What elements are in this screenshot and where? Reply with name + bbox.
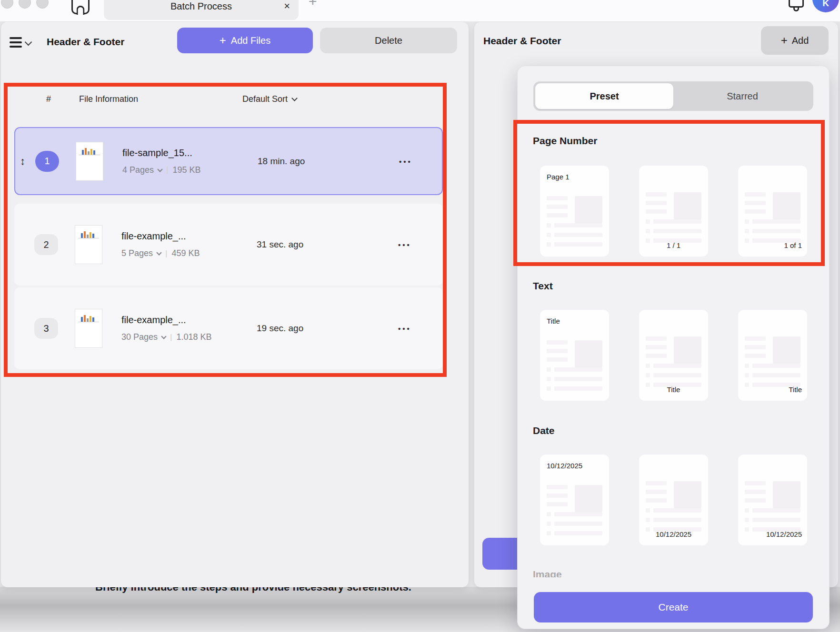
home-icon[interactable]	[71, 0, 90, 14]
plus-icon: +	[220, 35, 226, 46]
file-name: file-example_...	[121, 231, 200, 242]
new-tab-icon[interactable]: +	[309, 0, 317, 10]
file-row[interactable]: 3 file-example_... 30 Pages | 1.018 KB 1…	[14, 287, 443, 369]
window-minimize-button[interactable]	[19, 0, 31, 9]
create-button[interactable]: Create	[534, 592, 813, 622]
home-icon-door	[77, 6, 85, 15]
file-row[interactable]: 2 file-example_... 5 Pages | 459 KB 31 s…	[14, 204, 443, 286]
row-more-menu-icon[interactable]: •••	[398, 325, 411, 333]
tab-preset[interactable]: Preset	[535, 83, 673, 109]
sort-label: Default Sort	[242, 94, 288, 104]
meta-separator: |	[170, 333, 172, 342]
pages-chevron-down-icon[interactable]	[161, 334, 166, 339]
preset-card[interactable]: 1 / 1	[639, 166, 708, 257]
thumbnail-chart	[78, 231, 99, 238]
preset-card[interactable]: Title	[540, 310, 609, 401]
preset-card-skeleton	[745, 192, 800, 248]
preset-card-skeleton	[745, 336, 800, 392]
file-time-ago: 31 sec. ago	[257, 239, 303, 250]
preset-card-skeleton	[745, 481, 800, 537]
preset-card[interactable]: Title	[639, 310, 708, 401]
thumbnail-chart	[79, 148, 100, 155]
file-name: file-example_...	[121, 315, 212, 326]
menu-icon[interactable]	[10, 37, 22, 48]
tab-batch-process[interactable]: Batch Process ×	[104, 0, 299, 20]
file-name: file-sample_15...	[122, 148, 201, 158]
window-close-button[interactable]	[1, 0, 13, 9]
file-info: file-example_... 5 Pages | 459 KB	[121, 231, 200, 258]
file-time-ago: 19 sec. ago	[257, 323, 303, 334]
sort-dropdown[interactable]: Default Sort	[242, 94, 297, 104]
row-more-menu-icon[interactable]: •••	[399, 157, 412, 165]
preset-card-label: Title	[667, 385, 680, 394]
preset-card-label: 1 / 1	[667, 241, 680, 249]
tab-title: Batch Process	[170, 1, 232, 12]
section-heading: Date	[533, 425, 555, 436]
user-avatar[interactable]: K	[812, 0, 839, 12]
left-panel-title: Header & Footer	[47, 36, 124, 48]
preset-card[interactable]: 10/12/2025	[639, 454, 708, 545]
preset-card[interactable]: Page 1	[540, 166, 609, 257]
file-pages: 5 Pages	[121, 248, 153, 258]
section-heading: Page Number	[533, 135, 597, 147]
add-label: Add	[792, 35, 809, 46]
file-list-panel: Header & Footer + Add Files Delete # Fil…	[1, 22, 469, 587]
preset-card-skeleton	[547, 340, 602, 396]
section-heading: Text	[533, 280, 553, 292]
meta-separator: |	[165, 249, 167, 258]
column-header-index: #	[46, 94, 51, 104]
delete-label: Delete	[375, 35, 402, 46]
add-preset-button[interactable]: + Add	[761, 26, 829, 55]
preset-card-label: 10/12/2025	[547, 462, 582, 470]
column-header-file-information: File Information	[79, 94, 138, 104]
sort-chevron-down-icon	[291, 95, 298, 101]
file-size: 1.018 KB	[176, 332, 211, 342]
file-thumbnail	[75, 225, 102, 264]
file-pages: 30 Pages	[121, 332, 158, 342]
drag-handle-icon[interactable]: ↕	[20, 155, 25, 168]
file-time-ago: 18 min. ago	[258, 156, 305, 167]
file-thumbnail	[76, 142, 103, 181]
file-pages: 4 Pages	[122, 165, 154, 175]
thumbnail-chart	[78, 315, 99, 322]
file-size: 195 KB	[172, 165, 200, 175]
file-info: file-example_... 30 Pages | 1.018 KB	[121, 315, 212, 342]
file-row[interactable]: ↕1 file-sample_15... 4 Pages | 195 KB 18…	[14, 127, 443, 195]
tab-starred[interactable]: Starred	[673, 83, 811, 109]
preset-card[interactable]: 10/12/2025	[540, 454, 609, 545]
pages-chevron-down-icon[interactable]	[156, 250, 161, 255]
preset-dialog: Preset Starred Page Number Page 1 1 / 1 …	[517, 66, 830, 629]
window-zoom-button[interactable]	[36, 0, 49, 9]
preset-card[interactable]: 1 of 1	[738, 166, 807, 257]
preset-card-label: Page 1	[547, 173, 570, 181]
bell-clapper	[793, 8, 799, 11]
tab-close-icon[interactable]: ×	[284, 1, 290, 11]
preset-card[interactable]: Title	[738, 310, 807, 401]
preset-card-skeleton	[547, 196, 602, 252]
row-index-badge: 3	[34, 318, 58, 339]
preset-card-skeleton	[646, 481, 701, 537]
preset-card-label: 10/12/2025	[656, 530, 691, 538]
preset-card[interactable]: 10/12/2025	[738, 454, 807, 545]
pages-chevron-down-icon[interactable]	[157, 167, 162, 172]
menu-chevron-down-icon[interactable]	[25, 39, 32, 46]
create-label: Create	[658, 602, 688, 613]
preset-card-skeleton	[646, 192, 701, 248]
notification-bell-icon[interactable]	[789, 0, 804, 8]
plus-icon: +	[781, 35, 788, 46]
preset-card-label: 10/12/2025	[766, 530, 802, 538]
row-more-menu-icon[interactable]: •••	[398, 241, 411, 249]
meta-separator: |	[166, 165, 168, 175]
add-files-button[interactable]: + Add Files	[177, 28, 313, 53]
row-index-badge: 2	[34, 234, 58, 255]
preset-card-skeleton	[547, 485, 602, 541]
preset-card-label: Title	[789, 385, 802, 394]
delete-button[interactable]: Delete	[320, 28, 457, 53]
right-panel-title: Header & Footer	[483, 35, 561, 47]
file-info: file-sample_15... 4 Pages | 195 KB	[122, 148, 201, 175]
preset-starred-tabs: Preset Starred	[533, 81, 813, 111]
row-index-badge: 1	[35, 151, 59, 172]
app-window: Briefly introduce the steps and provide …	[0, 0, 840, 632]
file-size: 459 KB	[171, 248, 200, 258]
title-bar: Batch Process × + K	[0, 0, 840, 21]
